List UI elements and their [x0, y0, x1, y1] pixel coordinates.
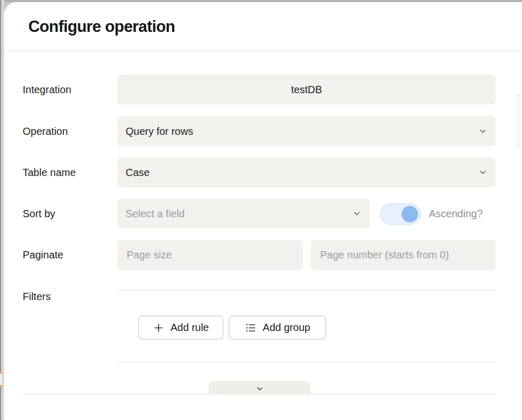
- expand-collapse-tab[interactable]: [208, 381, 310, 394]
- table-name-label: Table name: [23, 166, 76, 179]
- scrollbar-thumb[interactable]: [516, 95, 520, 148]
- page-size-input[interactable]: [117, 240, 303, 270]
- integration-label: Integration: [23, 83, 72, 96]
- integration-value: testDB: [291, 84, 322, 96]
- ascending-label: Ascending?: [429, 208, 483, 220]
- backdrop-left-edge: [0, 0, 4, 420]
- add-rule-label: Add rule: [170, 322, 209, 334]
- list-icon: [245, 322, 257, 334]
- chevron-down-icon: [352, 209, 361, 218]
- filters-top-divider: [117, 289, 496, 290]
- backdrop-artifact: [0, 372, 2, 387]
- chevron-down-icon: [255, 384, 264, 393]
- backdrop-artifact: [0, 385, 2, 388]
- add-rule-button[interactable]: Add rule: [138, 316, 223, 340]
- add-group-button[interactable]: Add group: [229, 316, 326, 340]
- chevron-down-icon: [478, 168, 488, 177]
- modal-title: Configure operation: [28, 19, 175, 35]
- add-group-label: Add group: [263, 322, 310, 334]
- chevron-down-icon: [478, 127, 488, 136]
- paginate-label: Paginate: [23, 249, 63, 261]
- integration-field: testDB: [117, 75, 496, 104]
- backdrop-artifact: [0, 371, 2, 374]
- filters-bottom-divider: [117, 361, 496, 362]
- sort-by-placeholder: Select a field: [126, 208, 185, 220]
- operation-value: Query for rows: [126, 126, 193, 137]
- filters-label: Filters: [23, 290, 50, 303]
- operation-dropdown[interactable]: Query for rows: [117, 116, 496, 146]
- bottom-divider: [23, 394, 496, 395]
- table-name-dropdown[interactable]: Case: [117, 157, 496, 187]
- operation-label: Operation: [23, 125, 68, 137]
- page-number-input[interactable]: [311, 240, 496, 270]
- toggle-knob: [402, 206, 418, 222]
- sort-by-label: Sort by: [23, 207, 55, 220]
- ascending-toggle[interactable]: [380, 203, 421, 225]
- plus-icon: [152, 322, 165, 334]
- table-name-value: Case: [126, 167, 150, 179]
- sort-by-dropdown[interactable]: Select a field: [117, 199, 370, 229]
- header-divider: [4, 50, 519, 51]
